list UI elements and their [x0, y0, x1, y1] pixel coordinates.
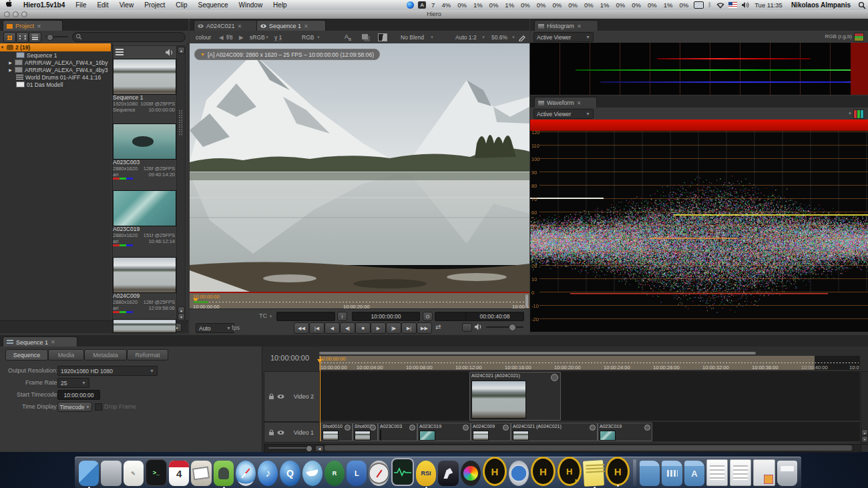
- clip-thumbnail[interactable]: [113, 257, 176, 293]
- tab-viewer-sequence[interactable]: Sequence 1 ✕: [256, 20, 326, 31]
- sort-icon[interactable]: [116, 49, 124, 55]
- tree-root-row[interactable]: ▼ 2 (19): [0, 43, 111, 51]
- scroll-left-button[interactable]: ◀: [315, 445, 324, 452]
- monitor-app-icon[interactable]: A: [418, 1, 426, 9]
- tab-reformat[interactable]: Reformat: [127, 349, 168, 360]
- menu-sequence[interactable]: Sequence: [192, 0, 233, 10]
- scroll-down-button[interactable]: ▼: [178, 313, 185, 320]
- bin-scrollbar[interactable]: ▲ ▲ ▼: [176, 45, 186, 322]
- scrub-scroll-nub[interactable]: [525, 294, 528, 308]
- dock-hiero-3[interactable]: H: [606, 457, 630, 486]
- tab-histogram[interactable]: Histogram ✕: [534, 20, 598, 31]
- viewer-image[interactable]: ▼ [A] A024C009: 2880 x 1620 – 25 FPS – 1…: [190, 43, 529, 292]
- timeline-clip[interactable]: Shot0020: [353, 423, 378, 441]
- previous-edit-button[interactable]: |◀: [309, 322, 324, 334]
- set-out-button[interactable]: O: [423, 312, 433, 321]
- dock-safari[interactable]: [236, 461, 256, 486]
- timeline-clip[interactable]: A023C019: [417, 423, 471, 441]
- fstop-minus[interactable]: ◀: [219, 34, 224, 41]
- duration-field[interactable]: 00:00:40:08: [465, 312, 524, 321]
- menu-project[interactable]: Project: [139, 0, 170, 10]
- spotlight-icon[interactable]: [858, 1, 866, 9]
- volume-icon[interactable]: [741, 1, 749, 9]
- resolution-select[interactable]: 1920x1080 HD 1080▼: [57, 366, 158, 376]
- dock-finder[interactable]: [79, 461, 99, 486]
- menu-clock[interactable]: Tue 11:35: [751, 1, 786, 9]
- dock-green-app[interactable]: R: [324, 461, 345, 486]
- dock-activity-monitor[interactable]: [391, 458, 414, 486]
- timeline-clip[interactable]: A024C009: [471, 423, 511, 441]
- dock-external-drive[interactable]: [101, 461, 121, 486]
- scroll-down-button[interactable]: ▼: [861, 436, 868, 443]
- dock-dashboard-gauge[interactable]: [369, 461, 389, 486]
- histogram-viewer-select[interactable]: Active Viewer▼: [533, 32, 594, 42]
- loop-mode-button[interactable]: ⇄: [435, 323, 441, 330]
- tree-item-audio[interactable]: World Drums 01-AIFF 44.1:16: [0, 73, 111, 81]
- colorspace-select[interactable]: sRGB: [250, 34, 265, 41]
- timeline-hscrollbar[interactable]: ◀: [264, 444, 861, 453]
- chevron-down-icon[interactable]: ▼: [0, 45, 5, 49]
- close-icon[interactable]: ✕: [304, 23, 308, 29]
- histogram-mode-label[interactable]: RGB (r,g,b): [825, 33, 852, 39]
- scroll-up-button[interactable]: ▲: [178, 47, 185, 54]
- list-view-button[interactable]: [29, 32, 41, 43]
- play-backward-button[interactable]: ◀: [324, 322, 340, 334]
- step-backward-button[interactable]: ◀|: [340, 322, 355, 334]
- chevron-right-icon[interactable]: ▶: [8, 67, 13, 72]
- bluetooth-icon[interactable]: ᛒ: [708, 1, 712, 9]
- dock-textedit[interactable]: ✎: [124, 461, 144, 486]
- tab-metadata[interactable]: Metadata: [84, 349, 127, 360]
- thumbnail-view-button[interactable]: [3, 32, 16, 43]
- wipe-icon[interactable]: [378, 33, 387, 41]
- dock-evernote[interactable]: [214, 461, 234, 486]
- thumb-size-slider[interactable]: [45, 36, 68, 37]
- input-language-flag-icon[interactable]: [728, 2, 737, 8]
- clip-thumbnail[interactable]: [113, 190, 176, 226]
- dock-hiero-2[interactable]: H: [531, 457, 555, 486]
- display-menu-icon[interactable]: [694, 1, 704, 9]
- app-menu-title[interactable]: Hiero1.5v1b4: [18, 0, 70, 10]
- window-minimize-button[interactable]: [13, 11, 19, 17]
- window-zoom-button[interactable]: [21, 11, 27, 17]
- timeline-zoom-strip[interactable]: [319, 352, 756, 354]
- rgb-parade-icon[interactable]: [853, 109, 864, 119]
- tree-item-sequence[interactable]: Sequence 1: [0, 51, 111, 59]
- ab-compare-icon[interactable]: AB: [345, 33, 351, 41]
- dock-rsi-guard[interactable]: RSI: [416, 461, 436, 486]
- dock-trash[interactable]: [777, 461, 797, 486]
- menu-file[interactable]: File: [70, 0, 91, 10]
- dock-openoffice[interactable]: [302, 461, 322, 486]
- eye-icon[interactable]: [277, 430, 284, 435]
- scroll-left-button[interactable]: ◀: [161, 323, 171, 332]
- timeline-clip[interactable]: Shot0010: [320, 423, 353, 441]
- dock-blue-app[interactable]: L: [347, 461, 367, 486]
- wifi-icon[interactable]: [716, 1, 724, 9]
- gamma-control[interactable]: γ 1: [274, 34, 282, 41]
- dock-photo-booth[interactable]: [191, 461, 211, 486]
- timeline-clip[interactable]: A024C021 (A024C021): [511, 423, 598, 441]
- fstop-value[interactable]: f/8: [226, 34, 232, 41]
- track-header-video1[interactable]: Video 1: [264, 422, 320, 443]
- dock-davinci-resolve[interactable]: [461, 461, 481, 486]
- step-forward-button[interactable]: |▶: [386, 322, 401, 334]
- menu-edit[interactable]: Edit: [91, 0, 114, 10]
- start-timecode-field[interactable]: 10:00:00:00: [57, 390, 100, 400]
- scroll-up-button[interactable]: ▲: [861, 429, 868, 436]
- timeline-clip[interactable]: A024C021 (A024C021): [469, 372, 561, 421]
- close-icon[interactable]: ✕: [577, 100, 582, 106]
- blend-select[interactable]: No Blend: [401, 34, 424, 41]
- tab-viewer-clip[interactable]: A024C021 ✕: [194, 20, 260, 31]
- menu-user[interactable]: Nikolaos Almpanis: [786, 1, 856, 9]
- dock-itunes[interactable]: ♪: [258, 461, 278, 486]
- eye-icon[interactable]: [277, 394, 284, 399]
- mute-toggle[interactable]: [462, 323, 472, 332]
- dock-document-window[interactable]: [706, 459, 728, 486]
- chevron-down-icon[interactable]: ▼: [848, 111, 852, 115]
- dock-nuke[interactable]: [509, 461, 529, 486]
- dock-calendar[interactable]: 4: [169, 461, 189, 486]
- tab-waveform[interactable]: Waveform ✕: [534, 97, 597, 108]
- tc-mode-select[interactable]: TC ▼: [259, 312, 272, 319]
- dock-dark-horse-app[interactable]: [438, 461, 458, 486]
- clip-thumbnail[interactable]: [113, 59, 176, 95]
- track-lane-video1[interactable]: Shot0010 Shot0020 A023C003 A023C019 A024…: [319, 422, 860, 441]
